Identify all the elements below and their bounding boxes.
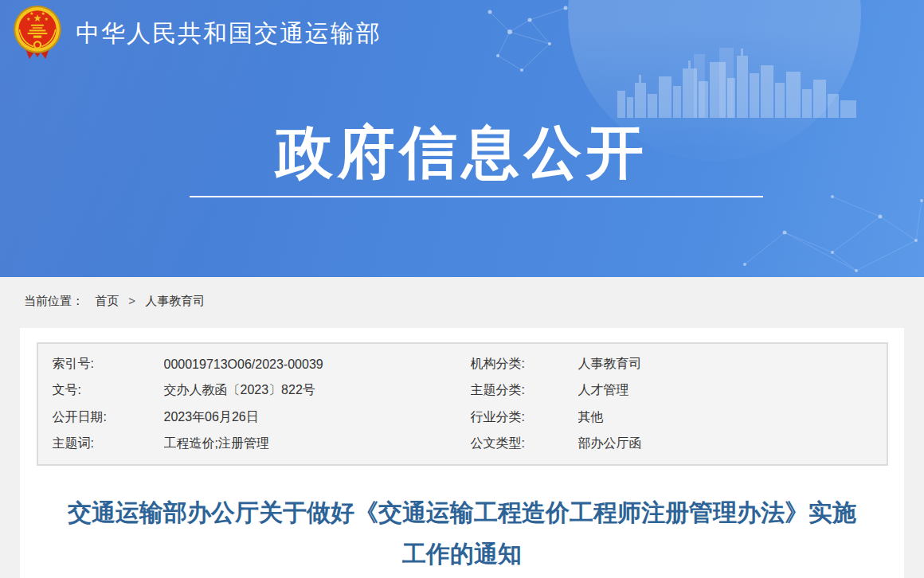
constellation-decoration-bottom [737,185,924,277]
site-name: 中华人民共和国交通运输部 [76,18,382,50]
svg-text:★: ★ [26,16,31,21]
meta-value-topic-category: 人才管理 [578,382,887,399]
constellation-decoration-top [474,0,578,76]
breadcrumb-separator: > [128,294,135,307]
title-underline [190,196,763,197]
site-logo-link[interactable]: ★ ★ ★ ★ ★ 中华人民共和国交通运输部 [11,5,382,62]
meta-value-doc-number: 交办人教函〔2023〕822号 [164,382,471,399]
content-card: 索引号: 000019713O06/2023-00039 机构分类: 人事教育司… [20,328,904,578]
meta-label-org-category: 机构分类: [471,356,578,373]
meta-value-publish-date: 2023年06月26日 [164,409,471,426]
meta-value-index: 000019713O06/2023-00039 [164,357,471,372]
page-title: 政府信息公开 [0,122,924,182]
document-meta-table: 索引号: 000019713O06/2023-00039 机构分类: 人事教育司… [37,342,888,466]
table-row: 主题词: 工程造价;注册管理 公文类型: 部办公厅函 [38,431,887,457]
svg-text:★: ★ [45,16,49,21]
meta-label-keywords: 主题词: [53,435,164,452]
breadcrumb-label: 当前位置： [24,294,84,307]
meta-value-org-category: 人事教育司 [578,356,887,373]
main-content-area: 当前位置： 首页 > 人事教育司 索引号: 000019713O06/2023-… [0,277,924,578]
breadcrumb-link-department[interactable]: 人事教育司 [145,294,205,307]
table-row: 索引号: 000019713O06/2023-00039 机构分类: 人事教育司 [38,351,887,377]
meta-label-publish-date: 公开日期: [53,409,164,426]
table-row: 文号: 交办人教函〔2023〕822号 主题分类: 人才管理 [38,377,887,404]
breadcrumb-link-home[interactable]: 首页 [95,294,119,307]
document-title: 交通运输部办公厅关于做好《交通运输工程造价工程师注册管理办法》实施工作的通知 [62,492,863,575]
breadcrumb: 当前位置： 首页 > 人事教育司 [0,277,924,328]
svg-text:★: ★ [29,10,34,16]
meta-value-industry-category: 其他 [578,409,887,426]
meta-label-doc-type: 公文类型: [471,435,578,452]
national-emblem-icon: ★ ★ ★ ★ ★ [11,5,64,62]
meta-value-keywords: 工程造价;注册管理 [164,435,471,452]
meta-label-industry-category: 行业分类: [471,409,578,426]
table-row: 公开日期: 2023年06月26日 行业分类: 其他 [38,404,887,431]
meta-label-doc-number: 文号: [53,382,164,399]
banner: ★ ★ ★ ★ ★ 中华人民共和国交通运输部 政府信息公开 [0,0,924,277]
city-skyline-graphic [617,45,856,118]
meta-label-index: 索引号: [53,356,164,373]
meta-value-doc-type: 部办公厅函 [578,435,887,452]
meta-label-topic-category: 主题分类: [471,382,578,399]
